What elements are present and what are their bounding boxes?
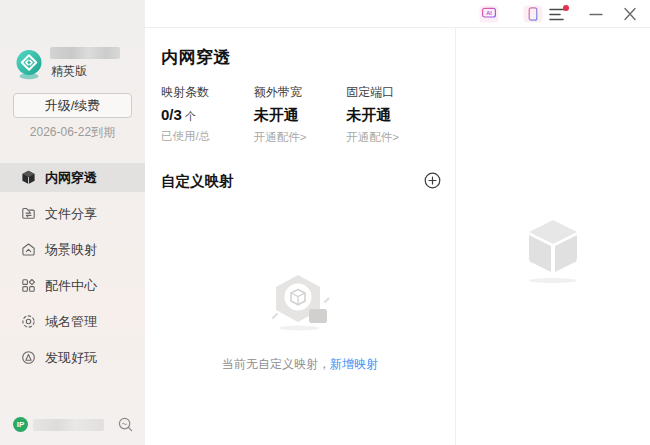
mobile-phone-icon[interactable] bbox=[523, 5, 543, 23]
stat-mapping-count: 映射条数 0/3 个 已使用/总 bbox=[161, 84, 254, 145]
new-mapping-link[interactable]: 新增映射 bbox=[330, 357, 378, 371]
nav-label: 域名管理 bbox=[45, 313, 97, 331]
app-logo-icon bbox=[13, 48, 45, 80]
empty-state: 当前无自定义映射，新增映射 bbox=[145, 272, 455, 373]
open-addon-link[interactable]: 开通配件> bbox=[346, 130, 439, 145]
notification-dot bbox=[563, 5, 569, 11]
add-mapping-icon[interactable] bbox=[424, 172, 441, 189]
detail-panel bbox=[455, 28, 650, 445]
stat-value: 0/3 个 bbox=[161, 106, 254, 124]
nav-item-file-share[interactable]: 文件分享 bbox=[0, 199, 145, 228]
file-share-icon bbox=[21, 206, 36, 221]
nav-item-intranet-tunnel[interactable]: 内网穿透 bbox=[0, 163, 145, 192]
zoom-scale-icon[interactable] bbox=[117, 416, 134, 433]
open-addon-link[interactable]: 开通配件> bbox=[254, 130, 347, 145]
menu-button[interactable] bbox=[549, 7, 571, 22]
nav-label: 场景映射 bbox=[45, 241, 97, 259]
stat-fixed-port: 固定端口 未开通 开通配件> bbox=[346, 84, 439, 145]
main-content: 内网穿透 映射条数 0/3 个 已使用/总 额外带宽 未开通 开通配件> 固定端… bbox=[145, 28, 455, 445]
nav-item-addons-center[interactable]: 配件中心 bbox=[0, 271, 145, 300]
custom-mapping-section-header: 自定义映射 bbox=[161, 172, 439, 191]
stat-value: 未开通 bbox=[346, 106, 439, 125]
sidebar-nav: 内网穿透 文件分享 场景映射 bbox=[0, 163, 145, 379]
nav-label: 文件分享 bbox=[45, 205, 97, 223]
ip-address-redacted bbox=[33, 419, 104, 431]
svg-text:AI: AI bbox=[486, 10, 492, 16]
empty-message: 当前无自定义映射，新增映射 bbox=[145, 356, 455, 373]
minimize-icon[interactable] bbox=[586, 5, 606, 23]
upgrade-renew-button[interactable]: 升级/续费 bbox=[13, 93, 132, 118]
cube-shadow bbox=[529, 278, 577, 283]
placeholder-cube-icon bbox=[525, 218, 581, 274]
sidebar: 精英版 升级/续费 2026-06-22到期 内网穿透 文件分享 bbox=[0, 0, 145, 445]
nav-item-domain-management[interactable]: 域名管理 bbox=[0, 307, 145, 336]
stat-label: 额外带宽 bbox=[254, 84, 347, 101]
plan-label: 精英版 bbox=[51, 63, 87, 80]
ai-assistant-icon[interactable]: AI bbox=[479, 5, 499, 23]
cube-icon bbox=[21, 170, 36, 185]
ip-badge: IP bbox=[13, 417, 28, 432]
expiry-date: 2026-06-22到期 bbox=[0, 124, 145, 141]
nav-label: 发现好玩 bbox=[45, 349, 97, 367]
grid-blocks-icon bbox=[21, 278, 36, 293]
section-title: 自定义映射 bbox=[161, 173, 234, 189]
close-icon[interactable] bbox=[620, 5, 640, 23]
stats-row: 映射条数 0/3 个 已使用/总 额外带宽 未开通 开通配件> 固定端口 未开通… bbox=[161, 84, 439, 145]
stat-label: 映射条数 bbox=[161, 84, 254, 101]
username-redacted bbox=[50, 47, 120, 59]
empty-box-icon bbox=[265, 272, 335, 332]
nav-label: 内网穿透 bbox=[45, 169, 97, 187]
stat-extra-bandwidth: 额外带宽 未开通 开通配件> bbox=[254, 84, 347, 145]
nav-label: 配件中心 bbox=[45, 277, 97, 295]
page-title: 内网穿透 bbox=[161, 46, 439, 69]
gear-icon bbox=[21, 314, 36, 329]
discover-icon bbox=[21, 350, 36, 365]
app-window: 精英版 升级/续费 2026-06-22到期 内网穿透 文件分享 bbox=[0, 0, 650, 445]
stat-caption: 已使用/总 bbox=[161, 129, 254, 144]
sidebar-footer: IP bbox=[0, 416, 145, 434]
nav-item-discover[interactable]: 发现好玩 bbox=[0, 343, 145, 372]
stat-value: 未开通 bbox=[254, 106, 347, 125]
titlebar: AI bbox=[145, 0, 650, 28]
stat-label: 固定端口 bbox=[346, 84, 439, 101]
nav-item-scene-mapping[interactable]: 场景映射 bbox=[0, 235, 145, 264]
home-icon bbox=[21, 242, 36, 257]
